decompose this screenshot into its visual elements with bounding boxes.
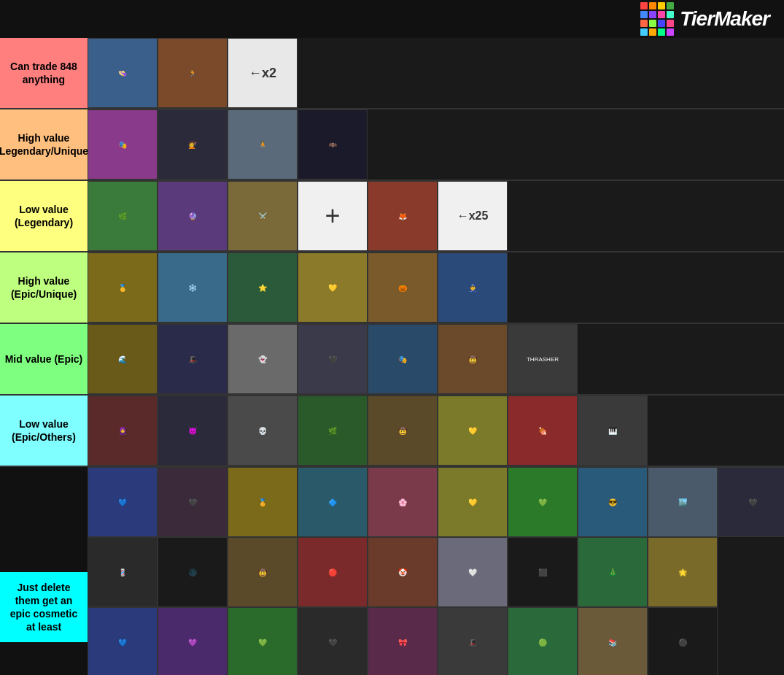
list-item: ←x25 <box>438 181 508 251</box>
tier-row-mid-epic: Mid value (Epic) 🌊 🎩 👻 🖤 🎭 🤠 THRASHER <box>0 324 784 396</box>
list-item: 😎 <box>578 467 648 537</box>
tier-items-high-epic: 🥇 ❄️ ⭐ 💛 🎃 👮 <box>88 252 784 323</box>
list-item: 💛 <box>298 252 368 323</box>
list-item: 👻 <box>228 324 298 394</box>
logo-cell <box>640 20 648 27</box>
list-item: ⚫ <box>648 607 718 675</box>
tier-row-high-epic: High value (Epic/Unique) 🥇 ❄️ ⭐ 💛 🎃 👮 <box>0 252 784 324</box>
tier-label-just-delete: Just delete them get an epic cosmetic at… <box>0 572 88 642</box>
list-item: 🎩 <box>438 607 508 675</box>
list-item: 🍖 <box>508 396 578 466</box>
list-item: ⬛ <box>508 537 578 607</box>
list-item: 🎭 <box>88 109 158 180</box>
list-item: 🥇 <box>88 252 158 323</box>
list-item: 🔮 <box>158 181 228 251</box>
list-item: 🌿 <box>88 181 158 251</box>
logo-cell <box>667 28 674 36</box>
list-item: 🖤 <box>158 467 228 537</box>
list-item: 💈 <box>88 537 158 607</box>
tiermaker-logo: TierMaker <box>640 2 769 36</box>
tier-items-just-delete: 💙 🖤 🏅 🔷 🌸 💛 💚 😎 🏙️ 🖤 💈 🌑 🤠 🔴 <box>88 467 784 675</box>
tier-label-low-epic: Low value (Epic/Others) <box>0 396 88 466</box>
logo-grid <box>640 2 674 36</box>
app-container: TierMaker Can trade 848 anything 👒 🏃 ←x2… <box>0 0 784 675</box>
list-item: 🏃 <box>158 38 228 108</box>
tier-items-low-legendary: 🌿 🔮 ⚔️ + 🦊 ←x25 <box>88 181 784 251</box>
list-item: 🌑 <box>158 537 228 607</box>
tier-items-low-epic: 🧕 👿 💀 🌿 🤠 💛 🍖 🎹 <box>88 396 784 466</box>
logo-cell <box>640 11 648 18</box>
list-item: 🏙️ <box>648 467 718 537</box>
logo-cell <box>658 11 665 18</box>
list-item: 💜 <box>158 607 228 675</box>
logo-cell <box>658 20 665 27</box>
list-item: 🌊 <box>88 324 158 394</box>
list-item: 🌟 <box>648 537 718 607</box>
list-item: 🟢 <box>508 607 578 675</box>
logo-cell <box>640 2 648 9</box>
list-item: 🖤 <box>298 324 368 394</box>
list-item: 🤠 <box>368 396 438 466</box>
list-item: 💙 <box>88 467 158 537</box>
tier-row-just-delete: Just delete them get an epic cosmetic at… <box>0 467 784 675</box>
list-item: 📚 <box>578 607 648 675</box>
logo-cell <box>649 20 656 27</box>
list-item: 💛 <box>438 396 508 466</box>
list-item: 🖤 <box>718 467 784 537</box>
list-item: 🏅 <box>228 467 298 537</box>
list-item: 🤡 <box>368 537 438 607</box>
list-item: 🧕 <box>88 396 158 466</box>
list-item: 🌸 <box>368 467 438 537</box>
list-item: 💀 <box>228 396 298 466</box>
logo-cell <box>649 11 656 18</box>
header: TierMaker <box>0 0 784 38</box>
item-icon: 🏃 <box>188 69 197 77</box>
tier-items-line: 💈 🌑 🤠 🔴 🤡 🤍 ⬛ 🎄 🌟 <box>88 537 784 607</box>
list-item: 🌿 <box>298 396 368 466</box>
list-item: ⚔️ <box>228 181 298 251</box>
list-item: 💚 <box>508 467 578 537</box>
tier-label-low-legendary: Low value (Legendary) <box>0 181 88 251</box>
item-icon: 👒 <box>118 69 127 77</box>
list-item: 🤍 <box>438 537 508 607</box>
tier-items-high-legendary: 🎭 💇 🧍 🦇 <box>88 109 784 180</box>
list-item: THRASHER <box>508 324 578 394</box>
list-item: ❄️ <box>158 252 228 323</box>
list-item: 🎩 <box>158 324 228 394</box>
logo-text: TierMaker <box>680 7 769 31</box>
tier-label-can-trade: Can trade 848 anything <box>0 38 88 108</box>
list-item: 🦊 <box>368 181 438 251</box>
tier-items-line: 💙 💜 💚 🖤 🎀 🎩 🟢 📚 ⚫ <box>88 607 784 675</box>
list-item: 👿 <box>158 396 228 466</box>
logo-cell <box>640 28 648 36</box>
list-item: ←x2 <box>228 38 298 108</box>
list-item: 💛 <box>438 467 508 537</box>
tier-items-line: 💙 🖤 🏅 🔷 🌸 💛 💚 😎 🏙️ 🖤 <box>88 467 784 537</box>
list-item: 🧍 <box>228 109 298 180</box>
list-item: 🦇 <box>298 109 368 180</box>
list-item: 🎄 <box>578 537 648 607</box>
tier-items-can-trade: 👒 🏃 ←x2 <box>88 38 784 108</box>
tier-label-high-legendary: High value (Legendary/Unique) <box>0 109 88 180</box>
logo-cell <box>667 20 674 27</box>
list-item: 🎀 <box>368 607 438 675</box>
list-item: 🤠 <box>228 537 298 607</box>
list-item: 🎹 <box>578 396 648 466</box>
list-item: + <box>298 181 368 251</box>
list-item: 👮 <box>438 252 508 323</box>
list-item: 💙 <box>88 607 158 675</box>
list-item: 💚 <box>228 607 298 675</box>
logo-cell <box>667 11 674 18</box>
list-item: 👒 <box>88 38 158 108</box>
logo-cell <box>667 2 674 9</box>
tier-row-low-legendary: Low value (Legendary) 🌿 🔮 ⚔️ + 🦊 ←x25 <box>0 181 784 252</box>
tier-label-high-epic: High value (Epic/Unique) <box>0 252 88 323</box>
list-item: 🖤 <box>298 607 368 675</box>
tier-items-mid-epic: 🌊 🎩 👻 🖤 🎭 🤠 THRASHER <box>88 324 784 394</box>
list-item: 🎭 <box>368 324 438 394</box>
tier-row-high-legendary: High value (Legendary/Unique) 🎭 💇 🧍 🦇 <box>0 109 784 181</box>
list-item: 🔷 <box>298 467 368 537</box>
list-item: 🤠 <box>438 324 508 394</box>
tier-row-low-epic: Low value (Epic/Others) 🧕 👿 💀 🌿 🤠 💛 🍖 🎹 <box>0 396 784 467</box>
tier-row-can-trade: Can trade 848 anything 👒 🏃 ←x2 <box>0 38 784 109</box>
